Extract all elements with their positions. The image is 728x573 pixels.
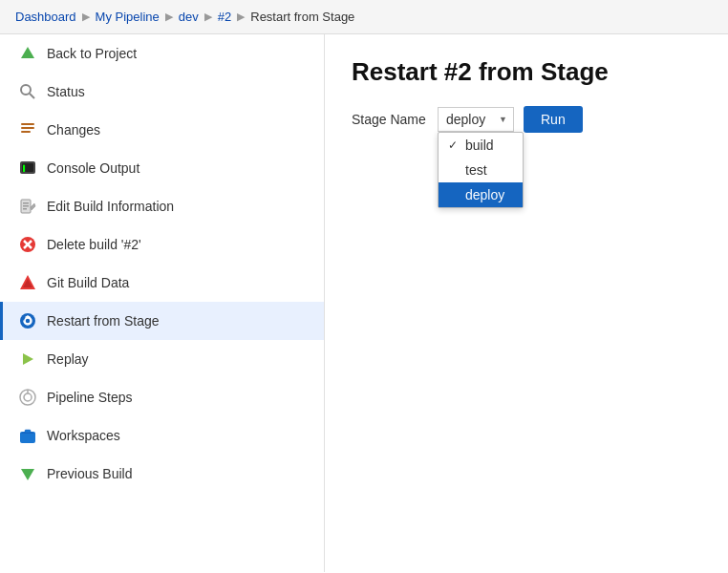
svg-rect-11 bbox=[23, 205, 29, 207]
pipeline-steps-icon bbox=[18, 388, 37, 407]
option-test-label: test bbox=[465, 162, 487, 178]
back-to-project-icon bbox=[18, 44, 37, 63]
sidebar-item-label-back-to-project: Back to Project bbox=[47, 46, 137, 61]
page-title: Restart #2 from Stage bbox=[352, 57, 701, 87]
sidebar-item-status[interactable]: Status bbox=[0, 73, 324, 111]
stage-dropdown-trigger[interactable]: deploy bbox=[438, 107, 514, 132]
svg-marker-22 bbox=[23, 353, 33, 365]
workspaces-icon bbox=[18, 426, 37, 445]
sidebar-item-pipeline-steps[interactable]: Pipeline Steps bbox=[0, 378, 324, 416]
breadcrumb: Dashboard ▶ My Pipeline ▶ dev ▶ #2 ▶ Res… bbox=[0, 0, 728, 34]
sidebar-item-console-output[interactable]: ▌Console Output bbox=[0, 149, 324, 187]
svg-rect-27 bbox=[25, 430, 31, 433]
breadcrumb-build-number[interactable]: #2 bbox=[218, 10, 231, 24]
svg-rect-10 bbox=[23, 202, 29, 204]
breadcrumb-sep-4: ▶ bbox=[237, 11, 245, 23]
console-output-icon: ▌ bbox=[18, 159, 37, 178]
breadcrumb-current: Restart from Stage bbox=[250, 10, 354, 24]
status-icon bbox=[18, 82, 37, 101]
breadcrumb-sep-1: ▶ bbox=[82, 11, 90, 23]
sidebar-item-label-pipeline-steps: Pipeline Steps bbox=[47, 390, 133, 405]
svg-rect-4 bbox=[21, 127, 34, 129]
svg-line-2 bbox=[30, 94, 34, 98]
svg-marker-13 bbox=[31, 203, 35, 210]
sidebar-item-label-replay: Replay bbox=[47, 351, 89, 367]
sidebar-item-label-changes: Changes bbox=[47, 122, 100, 138]
previous-build-icon bbox=[18, 464, 37, 483]
sidebar-item-label-previous-build: Previous Build bbox=[47, 466, 133, 481]
sidebar-item-restart-from-stage[interactable]: Restart from Stage bbox=[0, 302, 324, 340]
sidebar-item-workspaces[interactable]: Workspaces bbox=[0, 416, 324, 455]
delete-build-icon bbox=[18, 235, 37, 254]
stage-dropdown-value: deploy bbox=[446, 112, 485, 127]
option-deploy[interactable]: ✓ deploy bbox=[439, 182, 523, 207]
sidebar-item-label-delete-build: Delete build '#2' bbox=[47, 237, 141, 252]
edit-build-information-icon bbox=[18, 197, 37, 216]
git-build-data-icon bbox=[18, 273, 37, 292]
svg-rect-3 bbox=[21, 123, 34, 125]
sidebar-item-label-workspaces: Workspaces bbox=[47, 428, 120, 443]
sidebar-item-back-to-project[interactable]: Back to Project bbox=[0, 34, 324, 73]
replay-icon bbox=[18, 350, 37, 369]
svg-rect-5 bbox=[21, 131, 31, 133]
svg-rect-12 bbox=[23, 208, 27, 210]
stage-dropdown-wrapper[interactable]: deploy ✓ build ✓ test ✓ deploy bbox=[438, 107, 514, 132]
option-build[interactable]: ✓ build bbox=[439, 133, 523, 158]
stage-dropdown-menu: ✓ build ✓ test ✓ deploy bbox=[438, 132, 524, 208]
sidebar: Back to ProjectStatusChanges▌Console Out… bbox=[0, 34, 325, 572]
sidebar-item-git-build-data[interactable]: Git Build Data bbox=[0, 264, 324, 302]
option-deploy-label: deploy bbox=[465, 187, 504, 202]
breadcrumb-dev[interactable]: dev bbox=[179, 10, 199, 24]
sidebar-item-label-restart-from-stage: Restart from Stage bbox=[47, 313, 160, 329]
stage-name-row: Stage Name deploy ✓ build ✓ test ✓ bbox=[352, 106, 701, 133]
svg-text:▌: ▌ bbox=[23, 164, 27, 172]
svg-marker-0 bbox=[21, 47, 34, 58]
restart-from-stage-icon bbox=[18, 311, 37, 330]
sidebar-item-previous-build[interactable]: Previous Build bbox=[0, 455, 324, 493]
option-test[interactable]: ✓ test bbox=[439, 158, 523, 182]
sidebar-item-changes[interactable]: Changes bbox=[0, 111, 324, 149]
sidebar-item-label-edit-build-information: Edit Build Information bbox=[47, 199, 174, 214]
breadcrumb-sep-2: ▶ bbox=[165, 11, 173, 23]
main-content: Restart #2 from Stage Stage Name deploy … bbox=[325, 34, 728, 572]
svg-point-1 bbox=[21, 85, 31, 95]
run-button[interactable]: Run bbox=[524, 106, 583, 133]
svg-marker-28 bbox=[21, 469, 34, 480]
stage-name-label: Stage Name bbox=[352, 112, 428, 127]
breadcrumb-sep-3: ▶ bbox=[204, 11, 212, 23]
sidebar-item-label-status: Status bbox=[47, 84, 85, 99]
changes-icon bbox=[18, 120, 37, 139]
sidebar-item-replay[interactable]: Replay bbox=[0, 340, 324, 378]
sidebar-item-delete-build[interactable]: Delete build '#2' bbox=[0, 225, 324, 264]
breadcrumb-dashboard[interactable]: Dashboard bbox=[15, 10, 76, 24]
sidebar-item-label-console-output: Console Output bbox=[47, 160, 139, 176]
option-build-label: build bbox=[465, 138, 494, 153]
checkmark-build: ✓ bbox=[448, 138, 461, 152]
sidebar-item-edit-build-information[interactable]: Edit Build Information bbox=[0, 187, 324, 225]
sidebar-item-label-git-build-data: Git Build Data bbox=[47, 275, 129, 290]
breadcrumb-pipeline[interactable]: My Pipeline bbox=[96, 10, 160, 24]
svg-point-24 bbox=[24, 393, 32, 401]
